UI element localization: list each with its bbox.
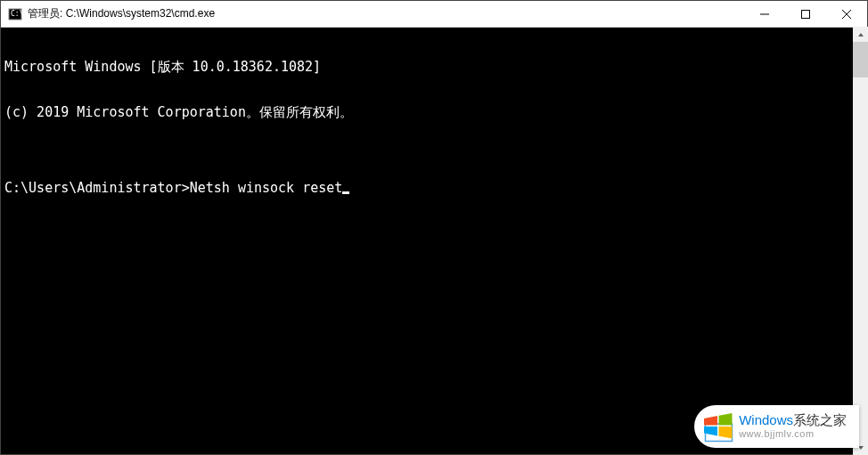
scrollbar-up-arrow[interactable] bbox=[853, 27, 868, 42]
watermark-badge: Windows系统之家 www.bjjmlv.com bbox=[694, 405, 859, 448]
terminal-output-line: (c) 2019 Microsoft Corporation。保留所有权利。 bbox=[4, 105, 864, 120]
cmd-icon: C:\ bbox=[8, 7, 22, 21]
svg-marker-9 bbox=[704, 416, 717, 426]
cmd-window: C:\ 管理员: C:\Windows\system32\cmd.exe Mic… bbox=[0, 0, 868, 455]
window-title: 管理员: C:\Windows\system32\cmd.exe bbox=[28, 6, 744, 21]
terminal-prompt-line: C:\Users\Administrator>Netsh winsock res… bbox=[4, 181, 864, 196]
scrollbar-thumb[interactable] bbox=[853, 42, 868, 77]
vertical-scrollbar[interactable] bbox=[853, 27, 868, 455]
terminal-area[interactable]: Microsoft Windows [版本 10.0.18362.1082] (… bbox=[1, 28, 867, 454]
svg-marker-10 bbox=[719, 413, 733, 426]
maximize-button[interactable] bbox=[785, 1, 826, 27]
svg-rect-3 bbox=[802, 10, 810, 18]
svg-text:C:\: C:\ bbox=[11, 10, 22, 18]
titlebar[interactable]: C:\ 管理员: C:\Windows\system32\cmd.exe bbox=[1, 1, 867, 28]
terminal-cursor bbox=[342, 191, 349, 194]
terminal-prompt: C:\Users\Administrator> bbox=[4, 181, 190, 196]
close-button[interactable] bbox=[826, 1, 867, 27]
watermark-text: Windows系统之家 www.bjjmlv.com bbox=[739, 412, 847, 440]
terminal-output-line: Microsoft Windows [版本 10.0.18362.1082] bbox=[4, 60, 864, 75]
minimize-button[interactable] bbox=[744, 1, 785, 27]
watermark-brand: Windows系统之家 bbox=[739, 412, 847, 428]
window-controls bbox=[744, 1, 867, 27]
svg-marker-6 bbox=[858, 33, 864, 37]
terminal-command[interactable]: Netsh winsock reset bbox=[190, 181, 343, 196]
windows-logo-icon bbox=[701, 410, 733, 443]
watermark-url: www.bjjmlv.com bbox=[739, 428, 847, 440]
